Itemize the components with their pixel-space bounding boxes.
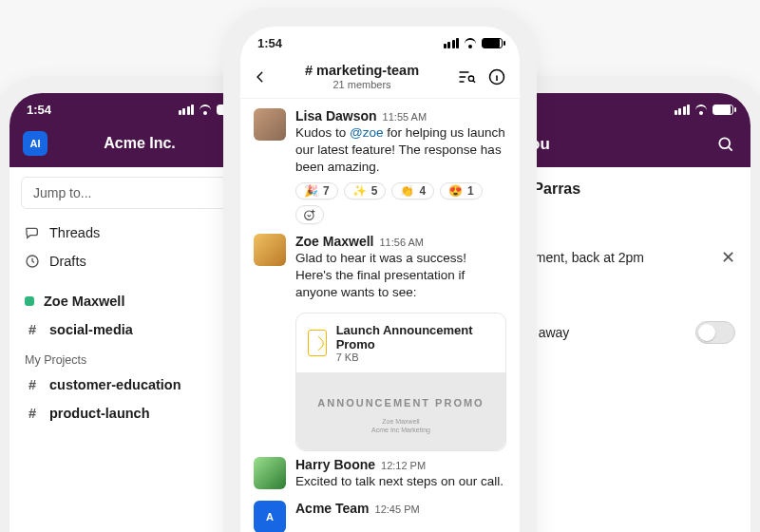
status-indicators <box>444 36 504 49</box>
attachment-title: Launch Announcement Promo <box>336 323 494 352</box>
jump-to-input[interactable]: Jump to... <box>21 177 243 209</box>
reaction-emoji: 😍 <box>448 184 463 198</box>
reaction-count: 7 <box>323 184 330 198</box>
reaction-count: 1 <box>467 184 474 198</box>
attachment-size: 7 KB <box>336 352 494 363</box>
you-header: You <box>505 125 750 167</box>
channel-title-wrap[interactable]: # marketing-team 21 members <box>276 63 447 90</box>
status-bar: 1:54 <box>505 93 750 125</box>
reaction[interactable]: ✨5 <box>344 182 387 200</box>
reaction-emoji: 👏 <box>400 184 414 198</box>
sidebar-item-label: product-launch <box>49 406 150 421</box>
attachment-preview: ANNOUNCEMENT PROMO Zoe Maxwell Acme Inc … <box>296 372 505 450</box>
wifi-icon <box>694 103 708 116</box>
reactions: 🎉7 ✨5 👏4 😍1 <box>295 182 506 224</box>
info-icon[interactable] <box>485 66 508 88</box>
message[interactable]: Lisa Dawson 11:55 AM Kudos to @zoe for h… <box>254 103 506 228</box>
nav-threads[interactable]: Threads <box>10 218 255 247</box>
message-time: 12:12 PM <box>381 460 426 471</box>
message-body: Glad to hear it was a success! Here's th… <box>295 250 506 302</box>
filter-search-icon[interactable] <box>455 66 478 88</box>
avatar[interactable] <box>254 234 286 266</box>
sidebar-item-label: social-media <box>49 322 133 337</box>
message[interactable]: A Acme Team 12:45 PM <box>254 495 506 532</box>
away-row: as away <box>521 312 735 353</box>
workspace-header[interactable]: AI Acme Inc. <box>10 125 255 167</box>
hash-icon: # <box>25 322 40 337</box>
away-toggle[interactable] <box>695 321 735 344</box>
channel-name: # marketing-team <box>276 63 447 78</box>
screen-left: 1:54 AI Acme Inc. Jump to... Threads <box>10 93 255 532</box>
nav-drafts-label: Drafts <box>49 254 86 269</box>
search-icon[interactable] <box>716 135 735 154</box>
wifi-icon <box>199 103 212 116</box>
reaction[interactable]: 👏4 <box>391 182 434 200</box>
message[interactable]: Harry Boone 12:12 PM Excited to talk nex… <box>254 451 506 494</box>
screen-center: 1:54 # marketing-team 21 members <box>240 27 520 532</box>
reaction-count: 5 <box>371 184 378 198</box>
sidebar-item-dm[interactable]: Zoe Maxwell <box>10 287 255 315</box>
preview-line: Acme Inc Marketing <box>296 427 505 433</box>
battery-icon <box>712 104 733 115</box>
channel-header: # marketing-team 21 members <box>240 59 520 99</box>
message-author: Zoe Maxwell <box>295 234 373 249</box>
sidebar-item-channel[interactable]: # social-media <box>10 315 255 344</box>
attachment-header: Launch Announcement Promo 7 KB <box>296 314 505 372</box>
reaction[interactable]: 😍1 <box>440 182 483 200</box>
message[interactable]: Zoe Maxwell 11:56 AM Glad to hear it was… <box>254 228 506 306</box>
threads-icon <box>25 225 40 240</box>
add-reaction-button[interactable] <box>295 205 324 224</box>
message-author: Lisa Dawson <box>295 108 377 124</box>
sidebar-item-label: customer-education <box>49 377 181 392</box>
svg-point-1 <box>719 138 730 148</box>
preview-title: ANNOUNCEMENT PROMO <box>296 397 505 408</box>
svg-point-2 <box>468 76 473 81</box>
screen-right: 1:54 You a Parras intment, back at 2pm <box>505 93 750 532</box>
message-author: Acme Team <box>295 501 370 516</box>
avatar[interactable]: A <box>254 501 286 532</box>
message-time: 11:56 AM <box>379 237 423 248</box>
sidebar-item-label: Zoe Maxwell <box>44 294 124 309</box>
wifi-icon <box>464 36 477 49</box>
message-time: 11:55 AM <box>383 111 427 123</box>
channel-members: 21 members <box>276 79 447 90</box>
status-row[interactable]: intment, back at 2pm ✕ <box>521 238 735 277</box>
svg-point-4 <box>305 211 314 219</box>
nav-threads-label: Threads <box>49 225 100 240</box>
status-bar: 1:54 <box>10 93 255 125</box>
nav-drafts[interactable]: Drafts <box>10 247 255 276</box>
dnd-row[interactable]: rb <box>521 277 735 312</box>
workspace-logo: AI <box>23 131 48 156</box>
reaction-emoji: ✨ <box>352 184 367 198</box>
sidebar-section-title: My Projects <box>10 344 255 370</box>
message-author: Harry Boone <box>295 457 375 472</box>
status-time: 1:54 <box>257 36 282 50</box>
avatar[interactable] <box>254 457 286 489</box>
message-list: Lisa Dawson 11:55 AM Kudos to @zoe for h… <box>240 99 520 532</box>
hash-icon: # <box>25 406 40 421</box>
back-button[interactable] <box>252 64 269 90</box>
reaction-emoji: 🎉 <box>304 184 318 198</box>
status-text: intment, back at 2pm <box>521 250 644 265</box>
message-body: Excited to talk next steps on our call. <box>295 473 506 490</box>
attachment[interactable]: Launch Announcement Promo 7 KB ANNOUNCEM… <box>295 313 506 451</box>
message-body: Kudos to @zoe for helping us launch our … <box>295 124 506 177</box>
battery-icon <box>482 38 503 48</box>
message-time: 12:45 PM <box>375 504 420 515</box>
you-body: a Parras intment, back at 2pm ✕ rb as aw… <box>505 167 750 367</box>
preview-line: Zoe Maxwell <box>296 418 505 425</box>
hash-icon: # <box>25 377 40 392</box>
profile-display-name: a Parras <box>521 180 735 198</box>
status-time: 1:54 <box>27 103 51 117</box>
avatar[interactable] <box>254 108 286 141</box>
phone-frame-center: 1:54 # marketing-team 21 members <box>223 8 537 532</box>
sidebar-item-channel[interactable]: # customer-education <box>10 370 255 399</box>
mention[interactable]: @zoe <box>350 125 383 140</box>
jump-to-placeholder: Jump to... <box>33 185 91 200</box>
clear-status-icon[interactable]: ✕ <box>721 247 735 268</box>
reaction[interactable]: 🎉7 <box>295 182 338 200</box>
cellular-icon <box>179 104 195 115</box>
sidebar-item-channel[interactable]: # product-launch <box>10 399 255 428</box>
status-indicators <box>674 103 734 116</box>
file-icon <box>308 330 327 356</box>
